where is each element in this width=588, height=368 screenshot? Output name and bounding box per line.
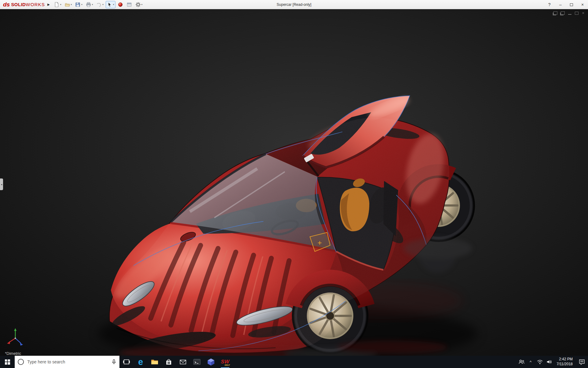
app-titlebar: ds SOLIDWORKS ▶ ▾ ▾ ▾ bbox=[0, 0, 588, 9]
mail-button[interactable] bbox=[176, 356, 190, 368]
console-icon bbox=[193, 358, 201, 366]
edrawings-button[interactable] bbox=[204, 356, 218, 368]
select-cursor-icon bbox=[107, 2, 112, 7]
design-table-icon bbox=[126, 2, 132, 7]
appearance-button[interactable] bbox=[116, 1, 124, 8]
options-gear-icon bbox=[135, 2, 141, 7]
mail-icon bbox=[179, 358, 187, 366]
document-title: Supercar [Read-only] bbox=[277, 2, 311, 7]
taskbar-clock[interactable]: 2:42 PM 7/11/2018 bbox=[554, 357, 576, 366]
restore-icon bbox=[570, 3, 573, 6]
menu-flyout-arrow-icon[interactable]: ▶ bbox=[47, 3, 50, 6]
graphics-area[interactable]: × ◄ *Dimetric bbox=[0, 9, 588, 356]
solidworks-taskbar-button[interactable]: SW 2017 bbox=[218, 356, 232, 368]
doc-minimize-icon[interactable] bbox=[568, 12, 571, 15]
action-center-button[interactable] bbox=[576, 358, 588, 365]
task-view-icon bbox=[123, 358, 130, 366]
store-icon bbox=[165, 358, 172, 366]
new-document-icon bbox=[54, 2, 59, 7]
cube-icon bbox=[207, 358, 215, 366]
print-icon bbox=[86, 2, 91, 7]
undo-icon bbox=[96, 2, 102, 7]
new-document-button[interactable]: ▾ bbox=[53, 1, 62, 8]
windows-taskbar: e bbox=[0, 356, 588, 368]
feature-tree-collapse-tab[interactable]: ◄ bbox=[0, 178, 3, 190]
undo-button[interactable]: ▾ bbox=[95, 1, 105, 8]
appearance-sphere-icon bbox=[118, 2, 123, 7]
document-window-controls: × bbox=[553, 11, 584, 15]
minimize-button[interactable]: – bbox=[555, 0, 566, 9]
save-button[interactable]: ▾ bbox=[74, 1, 84, 8]
orientation-triad bbox=[6, 327, 25, 348]
chevron-up-icon: ^ bbox=[530, 360, 531, 364]
help-button[interactable]: ? bbox=[544, 0, 555, 9]
clock-date: 7/11/2018 bbox=[557, 362, 573, 367]
people-button[interactable] bbox=[517, 356, 526, 368]
solidworks-logo: ds SOLIDWORKS bbox=[3, 1, 45, 8]
open-folder-icon bbox=[65, 2, 70, 7]
window-controls: ? – × bbox=[544, 0, 588, 9]
network-button[interactable] bbox=[535, 356, 545, 368]
print-button[interactable]: ▾ bbox=[85, 1, 94, 8]
people-icon bbox=[518, 358, 525, 365]
speaker-icon bbox=[546, 359, 552, 365]
hidden-icons-button[interactable]: ^ bbox=[526, 356, 535, 368]
design-table-button[interactable] bbox=[125, 1, 133, 8]
action-center-icon bbox=[579, 358, 585, 365]
view-orientation-label: *Dimetric bbox=[5, 351, 21, 356]
edge-icon: e bbox=[138, 358, 143, 366]
restore-button[interactable] bbox=[566, 0, 577, 9]
network-wifi-icon bbox=[537, 359, 543, 365]
logo-text-solid: SOLID bbox=[11, 2, 26, 7]
logo-text-works: WORKS bbox=[26, 2, 45, 7]
solidworks-app-icon: SW 2017 bbox=[221, 357, 230, 366]
file-explorer-button[interactable] bbox=[148, 356, 162, 368]
ds-logo-icon: ds bbox=[3, 1, 10, 8]
system-tray: ^ 2:42 PM 7/11/2018 bbox=[517, 356, 588, 368]
cascade-windows-icon[interactable] bbox=[561, 11, 565, 15]
open-button[interactable]: ▾ bbox=[63, 1, 73, 8]
quick-access-toolbar: ▾ ▾ ▾ ▾ ▾ bbox=[53, 1, 144, 8]
close-button[interactable]: × bbox=[577, 0, 588, 9]
clock-time: 2:42 PM bbox=[559, 357, 573, 362]
volume-button[interactable] bbox=[545, 356, 554, 368]
options-button[interactable]: ▾ bbox=[134, 1, 144, 8]
start-button[interactable] bbox=[0, 356, 15, 368]
3d-viewport[interactable] bbox=[0, 9, 588, 356]
collapse-arrow-icon: ◄ bbox=[1, 183, 3, 186]
store-button[interactable] bbox=[162, 356, 176, 368]
microphone-icon[interactable] bbox=[111, 359, 116, 365]
console-button[interactable] bbox=[190, 356, 204, 368]
file-explorer-icon bbox=[151, 358, 159, 366]
task-view-button[interactable] bbox=[119, 356, 134, 368]
cortana-icon[interactable] bbox=[18, 359, 24, 365]
select-tool-button[interactable]: ▾ bbox=[106, 1, 115, 8]
edge-button[interactable]: e bbox=[134, 356, 148, 368]
doc-restore-icon[interactable] bbox=[575, 12, 579, 15]
search-input[interactable] bbox=[27, 359, 109, 365]
windows-logo-icon bbox=[5, 359, 10, 365]
save-floppy-icon bbox=[75, 2, 81, 7]
doc-close-icon[interactable]: × bbox=[582, 12, 584, 15]
new-window-icon[interactable] bbox=[553, 11, 557, 15]
taskbar-pinned-apps: e bbox=[119, 356, 232, 368]
taskbar-search[interactable] bbox=[15, 356, 119, 368]
